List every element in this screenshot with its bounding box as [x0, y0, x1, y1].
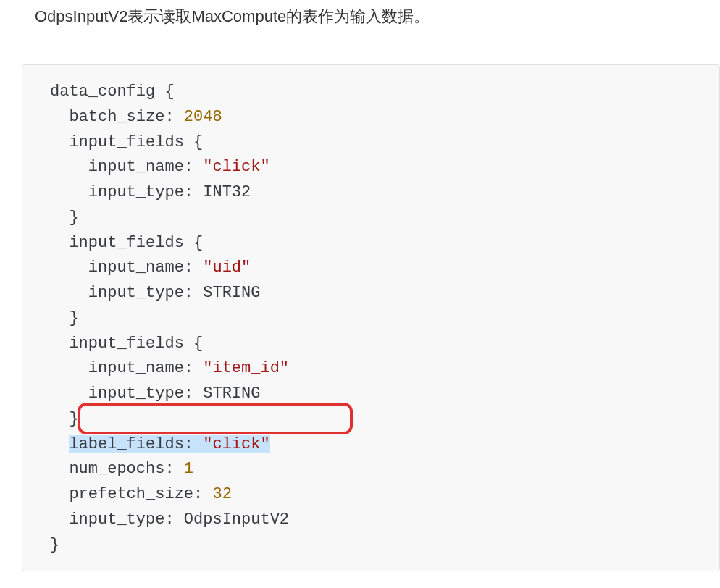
code-key: num_epochs: [69, 460, 164, 478]
code-key: input_type: [88, 284, 184, 302]
code-key: input_name: [88, 359, 184, 377]
code-punc: :: [184, 183, 193, 201]
code-line: input_fields {: [69, 234, 203, 252]
code-punc: :: [184, 158, 193, 176]
code-line: }: [69, 209, 78, 227]
code-type: STRING: [203, 284, 260, 302]
code-key: prefetch_size: [69, 485, 193, 503]
code-key: label_fields: [69, 435, 183, 453]
code-punc: :: [184, 359, 193, 377]
code-type: INT32: [203, 183, 251, 201]
code-type: STRING: [203, 385, 260, 403]
code-key: input_name: [88, 158, 184, 176]
code-key: input_type: [88, 183, 184, 201]
code-line: }: [50, 536, 59, 554]
code-number: 1: [184, 460, 193, 478]
code-punc: :: [164, 108, 174, 126]
code-string: "item_id": [203, 359, 289, 377]
code-punc: :: [164, 511, 174, 529]
code-punc: :: [164, 460, 174, 478]
code-line: }: [69, 309, 78, 327]
code-punc: :: [184, 435, 193, 453]
code-string: "uid": [203, 259, 251, 277]
code-punc: :: [184, 385, 193, 403]
code-key: input_name: [88, 259, 184, 277]
code-block: data_config { batch_size: 2048 input_fie…: [22, 64, 720, 571]
code-key: batch_size: [69, 108, 164, 126]
code-number: 2048: [184, 108, 222, 126]
code-line: input_fields {: [69, 133, 203, 151]
code-key: input_type: [69, 511, 164, 529]
code-line: data_config {: [50, 83, 175, 101]
code-punc: :: [184, 259, 193, 277]
highlight-bg: label_fields: "click": [69, 435, 269, 453]
code-line: input_fields {: [69, 335, 203, 353]
code-type: OdpsInputV2: [184, 511, 289, 529]
code-key: input_type: [88, 385, 184, 403]
code-number: 32: [212, 485, 231, 503]
code-string: "click": [203, 435, 269, 453]
code-line: }: [69, 410, 78, 428]
callout-rectangle: [78, 403, 353, 434]
code-punc: :: [193, 485, 203, 503]
intro-text: OdpsInputV2表示读取MaxCompute的表作为输入数据。: [0, 0, 720, 28]
highlighted-line: label_fields: "click": [69, 435, 269, 453]
code-string: "click": [203, 158, 269, 176]
code-punc: :: [184, 284, 193, 302]
